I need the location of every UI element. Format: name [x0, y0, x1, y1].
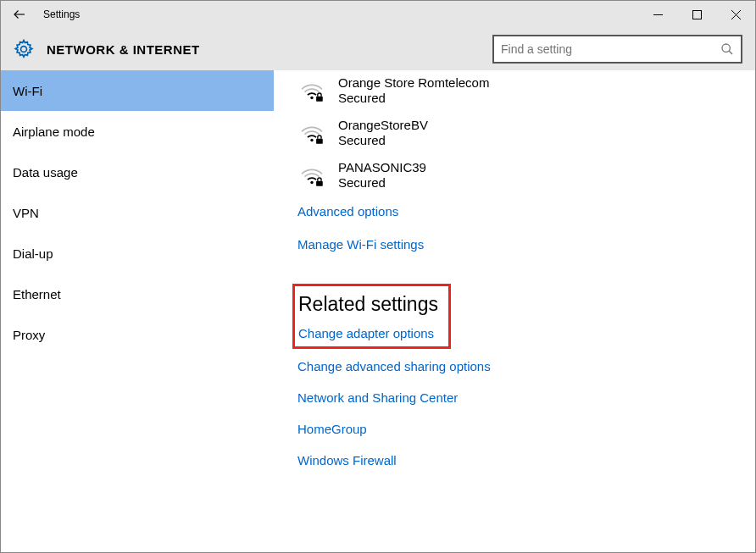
back-button[interactable] [9, 4, 30, 25]
close-button[interactable] [716, 1, 755, 28]
highlight-box: Related settings Change adapter options [292, 284, 451, 349]
window-controls [638, 1, 755, 28]
content: Wi-Fi Airplane mode Data usage VPN Dial-… [1, 70, 755, 552]
sidebar: Wi-Fi Airplane mode Data usage VPN Dial-… [1, 70, 274, 552]
sidebar-item-label: Airplane mode [13, 124, 95, 139]
sidebar-item-airplane-mode[interactable]: Airplane mode [1, 111, 274, 152]
wifi-details: OrangeStoreBV Secured [338, 118, 428, 148]
sidebar-item-data-usage[interactable]: Data usage [1, 152, 274, 192]
svg-rect-13 [316, 181, 323, 186]
wifi-status: Secured [338, 133, 428, 148]
wifi-network-item[interactable]: PANASONIC39 Secured [297, 160, 755, 191]
link-change-advanced-sharing[interactable]: Change advanced sharing options [297, 359, 755, 373]
search-input[interactable] [501, 42, 720, 56]
svg-point-8 [310, 97, 313, 99]
spacer [297, 227, 755, 237]
wifi-details: PANASONIC39 Secured [338, 160, 426, 191]
wifi-details: Orange Store Romtelecom Secured [338, 75, 489, 106]
svg-point-6 [722, 44, 730, 52]
wifi-secured-icon [297, 119, 326, 147]
section-heading-related: Related settings [298, 293, 438, 316]
close-icon [731, 10, 741, 19]
wifi-network-item[interactable]: Orange Store Romtelecom Secured [297, 75, 755, 106]
link-windows-firewall[interactable]: Windows Firewall [297, 453, 755, 467]
header-left: NETWORK & INTERNET [13, 38, 200, 60]
sidebar-item-proxy[interactable]: Proxy [1, 314, 274, 355]
svg-line-7 [729, 51, 732, 54]
wifi-status: Secured [338, 91, 489, 106]
svg-point-12 [310, 181, 313, 184]
titlebar-left: Settings [9, 4, 80, 25]
detail-pane: Orange Store Romtelecom Secured OrangeSt… [274, 70, 755, 552]
maximize-button[interactable] [677, 1, 716, 28]
wifi-network-item[interactable]: OrangeStoreBV Secured [297, 118, 755, 148]
sidebar-item-label: Dial-up [13, 246, 53, 261]
sidebar-item-ethernet[interactable]: Ethernet [1, 274, 274, 314]
link-manage-wifi-settings[interactable]: Manage Wi-Fi settings [297, 237, 755, 252]
link-network-sharing-center[interactable]: Network and Sharing Center [297, 390, 755, 405]
link-homegroup[interactable]: HomeGroup [297, 422, 755, 436]
titlebar: Settings [1, 1, 755, 28]
minimize-icon [653, 10, 663, 19]
header: NETWORK & INTERNET [1, 28, 755, 70]
svg-point-10 [310, 139, 313, 141]
minimize-button[interactable] [638, 1, 677, 28]
svg-point-5 [21, 47, 27, 53]
spacer [297, 349, 755, 359]
wifi-secured-icon [297, 76, 326, 105]
search-icon [720, 42, 734, 56]
wifi-name: Orange Store Romtelecom [338, 75, 489, 91]
wifi-name: OrangeStoreBV [338, 118, 428, 133]
wifi-status: Secured [338, 175, 426, 191]
back-arrow-icon [12, 7, 27, 22]
svg-rect-2 [692, 10, 701, 19]
sidebar-item-label: VPN [13, 206, 39, 220]
wifi-name: PANASONIC39 [338, 160, 426, 175]
sidebar-item-vpn[interactable]: VPN [1, 192, 274, 233]
link-change-adapter-options[interactable]: Change adapter options [298, 326, 438, 340]
window-title: Settings [43, 8, 80, 20]
svg-rect-11 [316, 139, 323, 144]
related-links: Change advanced sharing options Network … [297, 349, 755, 467]
sidebar-item-wifi[interactable]: Wi-Fi [1, 70, 274, 111]
gear-icon [13, 38, 35, 60]
svg-rect-9 [316, 97, 323, 102]
maximize-icon [692, 10, 702, 19]
wifi-secured-icon [297, 161, 326, 190]
search-box[interactable] [492, 35, 742, 64]
sidebar-item-dialup[interactable]: Dial-up [1, 233, 274, 274]
sidebar-item-label: Ethernet [13, 287, 61, 301]
page-heading: NETWORK & INTERNET [47, 42, 200, 57]
sidebar-item-label: Wi-Fi [13, 84, 42, 98]
sidebar-item-label: Proxy [13, 328, 45, 342]
sidebar-item-label: Data usage [13, 165, 78, 180]
link-advanced-options[interactable]: Advanced options [297, 204, 755, 218]
